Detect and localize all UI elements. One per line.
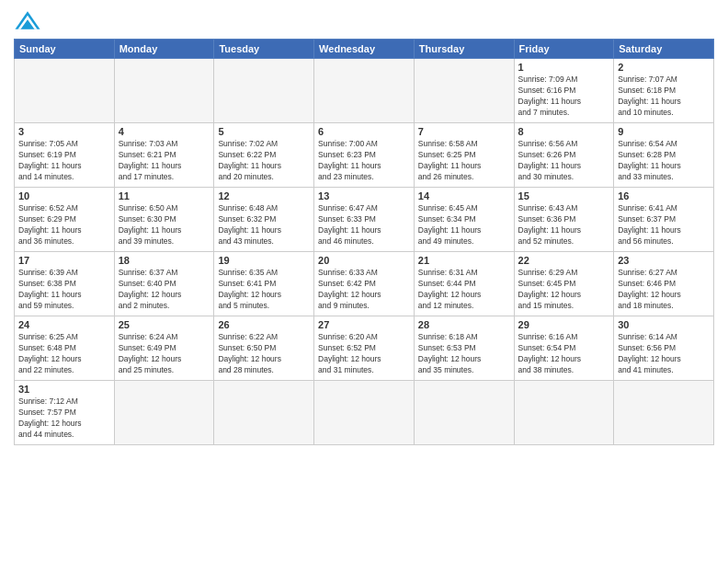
weekday-header-saturday: Saturday — [614, 40, 714, 59]
calendar-cell — [214, 59, 314, 123]
day-number: 29 — [518, 319, 610, 330]
calendar-cell: 8Sunrise: 6:56 AM Sunset: 6:26 PM Daylig… — [514, 123, 614, 188]
calendar-week-5: 24Sunrise: 6:25 AM Sunset: 6:48 PM Dayli… — [15, 316, 714, 381]
day-number: 15 — [518, 190, 610, 201]
day-info: Sunrise: 7:07 AM Sunset: 6:18 PM Dayligh… — [618, 75, 710, 119]
day-info: Sunrise: 6:52 AM Sunset: 6:29 PM Dayligh… — [18, 203, 110, 247]
generalblue-icon — [14, 9, 41, 31]
day-info: Sunrise: 6:20 AM Sunset: 6:52 PM Dayligh… — [318, 332, 410, 376]
day-number: 5 — [218, 126, 310, 137]
day-number: 10 — [18, 190, 110, 201]
day-info: Sunrise: 6:24 AM Sunset: 6:49 PM Dayligh… — [119, 332, 210, 376]
day-number: 7 — [418, 126, 510, 137]
day-number: 19 — [218, 255, 310, 266]
calendar-week-3: 10Sunrise: 6:52 AM Sunset: 6:29 PM Dayli… — [15, 188, 714, 252]
day-info: Sunrise: 7:12 AM Sunset: 7:57 PM Dayligh… — [18, 396, 110, 441]
page: SundayMondayTuesdayWednesdayThursdayFrid… — [0, 0, 728, 563]
weekday-header-monday: Monday — [114, 40, 214, 59]
day-info: Sunrise: 6:25 AM Sunset: 6:48 PM Dayligh… — [18, 332, 110, 376]
calendar-cell: 30Sunrise: 6:14 AM Sunset: 6:56 PM Dayli… — [614, 316, 714, 381]
weekday-header-sunday: Sunday — [15, 40, 115, 59]
day-number: 1 — [518, 62, 610, 73]
calendar-cell: 6Sunrise: 7:00 AM Sunset: 6:23 PM Daylig… — [314, 123, 415, 188]
calendar-week-4: 17Sunrise: 6:39 AM Sunset: 6:38 PM Dayli… — [15, 252, 714, 316]
weekday-header-wednesday: Wednesday — [314, 40, 415, 59]
calendar-cell: 15Sunrise: 6:43 AM Sunset: 6:36 PM Dayli… — [514, 188, 614, 252]
weekday-header-thursday: Thursday — [414, 40, 514, 59]
day-number: 27 — [318, 319, 410, 330]
calendar-week-1: 1Sunrise: 7:09 AM Sunset: 6:16 PM Daylig… — [15, 59, 714, 123]
day-info: Sunrise: 6:45 AM Sunset: 6:34 PM Dayligh… — [418, 203, 510, 247]
day-number: 3 — [18, 126, 110, 137]
calendar-cell: 25Sunrise: 6:24 AM Sunset: 6:49 PM Dayli… — [114, 316, 214, 381]
calendar-cell: 5Sunrise: 7:02 AM Sunset: 6:22 PM Daylig… — [214, 123, 314, 188]
calendar-cell: 14Sunrise: 6:45 AM Sunset: 6:34 PM Dayli… — [414, 188, 514, 252]
weekday-header-tuesday: Tuesday — [214, 40, 314, 59]
calendar-cell — [114, 381, 214, 445]
day-info: Sunrise: 6:41 AM Sunset: 6:37 PM Dayligh… — [618, 203, 710, 247]
day-info: Sunrise: 6:48 AM Sunset: 6:32 PM Dayligh… — [218, 203, 310, 247]
day-number: 9 — [618, 126, 710, 137]
day-number: 20 — [318, 255, 410, 266]
day-number: 14 — [418, 190, 510, 201]
calendar-cell: 11Sunrise: 6:50 AM Sunset: 6:30 PM Dayli… — [114, 188, 214, 252]
day-info: Sunrise: 6:33 AM Sunset: 6:42 PM Dayligh… — [318, 268, 410, 312]
day-number: 13 — [318, 190, 410, 201]
day-number: 4 — [119, 126, 210, 137]
day-number: 2 — [618, 62, 710, 73]
day-number: 11 — [119, 190, 210, 201]
day-number: 18 — [119, 255, 210, 266]
day-number: 22 — [518, 255, 610, 266]
day-info: Sunrise: 6:18 AM Sunset: 6:53 PM Dayligh… — [418, 332, 510, 376]
calendar-cell: 3Sunrise: 7:05 AM Sunset: 6:19 PM Daylig… — [15, 123, 115, 188]
day-number: 24 — [18, 319, 110, 330]
calendar-cell: 7Sunrise: 6:58 AM Sunset: 6:25 PM Daylig… — [414, 123, 514, 188]
calendar-cell: 9Sunrise: 6:54 AM Sunset: 6:28 PM Daylig… — [614, 123, 714, 188]
calendar-table: SundayMondayTuesdayWednesdayThursdayFrid… — [14, 39, 714, 445]
calendar-cell — [314, 59, 415, 123]
day-info: Sunrise: 7:09 AM Sunset: 6:16 PM Dayligh… — [518, 75, 610, 119]
day-number: 23 — [618, 255, 710, 266]
day-info: Sunrise: 6:39 AM Sunset: 6:38 PM Dayligh… — [18, 268, 110, 312]
day-number: 21 — [418, 255, 510, 266]
day-number: 12 — [218, 190, 310, 201]
calendar-cell: 16Sunrise: 6:41 AM Sunset: 6:37 PM Dayli… — [614, 188, 714, 252]
day-info: Sunrise: 6:58 AM Sunset: 6:25 PM Dayligh… — [418, 139, 510, 183]
day-info: Sunrise: 7:05 AM Sunset: 6:19 PM Dayligh… — [18, 139, 110, 183]
calendar-cell — [15, 59, 115, 123]
day-info: Sunrise: 6:16 AM Sunset: 6:54 PM Dayligh… — [518, 332, 610, 376]
calendar-cell: 10Sunrise: 6:52 AM Sunset: 6:29 PM Dayli… — [15, 188, 115, 252]
day-number: 6 — [318, 126, 410, 137]
calendar-cell — [414, 59, 514, 123]
calendar-cell: 27Sunrise: 6:20 AM Sunset: 6:52 PM Dayli… — [314, 316, 415, 381]
day-info: Sunrise: 6:29 AM Sunset: 6:45 PM Dayligh… — [518, 268, 610, 312]
day-info: Sunrise: 6:50 AM Sunset: 6:30 PM Dayligh… — [119, 203, 210, 247]
weekday-row: SundayMondayTuesdayWednesdayThursdayFrid… — [15, 40, 714, 59]
day-info: Sunrise: 6:47 AM Sunset: 6:33 PM Dayligh… — [318, 203, 410, 247]
day-info: Sunrise: 7:02 AM Sunset: 6:22 PM Dayligh… — [218, 139, 310, 183]
day-number: 26 — [218, 319, 310, 330]
calendar-cell: 4Sunrise: 7:03 AM Sunset: 6:21 PM Daylig… — [114, 123, 214, 188]
calendar-cell: 19Sunrise: 6:35 AM Sunset: 6:41 PM Dayli… — [214, 252, 314, 316]
header — [14, 9, 714, 31]
calendar-cell: 22Sunrise: 6:29 AM Sunset: 6:45 PM Dayli… — [514, 252, 614, 316]
calendar-cell: 28Sunrise: 6:18 AM Sunset: 6:53 PM Dayli… — [414, 316, 514, 381]
day-number: 30 — [618, 319, 710, 330]
calendar-cell: 2Sunrise: 7:07 AM Sunset: 6:18 PM Daylig… — [614, 59, 714, 123]
day-number: 31 — [18, 384, 110, 395]
calendar-week-2: 3Sunrise: 7:05 AM Sunset: 6:19 PM Daylig… — [15, 123, 714, 188]
weekday-header-friday: Friday — [514, 40, 614, 59]
calendar-cell: 1Sunrise: 7:09 AM Sunset: 6:16 PM Daylig… — [514, 59, 614, 123]
calendar-cell — [614, 381, 714, 445]
calendar-cell: 29Sunrise: 6:16 AM Sunset: 6:54 PM Dayli… — [514, 316, 614, 381]
calendar-cell: 31Sunrise: 7:12 AM Sunset: 7:57 PM Dayli… — [15, 381, 115, 445]
day-number: 17 — [18, 255, 110, 266]
calendar-cell: 20Sunrise: 6:33 AM Sunset: 6:42 PM Dayli… — [314, 252, 415, 316]
day-number: 8 — [518, 126, 610, 137]
calendar-cell: 26Sunrise: 6:22 AM Sunset: 6:50 PM Dayli… — [214, 316, 314, 381]
day-info: Sunrise: 7:03 AM Sunset: 6:21 PM Dayligh… — [119, 139, 210, 183]
calendar-cell: 18Sunrise: 6:37 AM Sunset: 6:40 PM Dayli… — [114, 252, 214, 316]
day-info: Sunrise: 6:54 AM Sunset: 6:28 PM Dayligh… — [618, 139, 710, 183]
day-info: Sunrise: 6:31 AM Sunset: 6:44 PM Dayligh… — [418, 268, 510, 312]
calendar-cell: 13Sunrise: 6:47 AM Sunset: 6:33 PM Dayli… — [314, 188, 415, 252]
